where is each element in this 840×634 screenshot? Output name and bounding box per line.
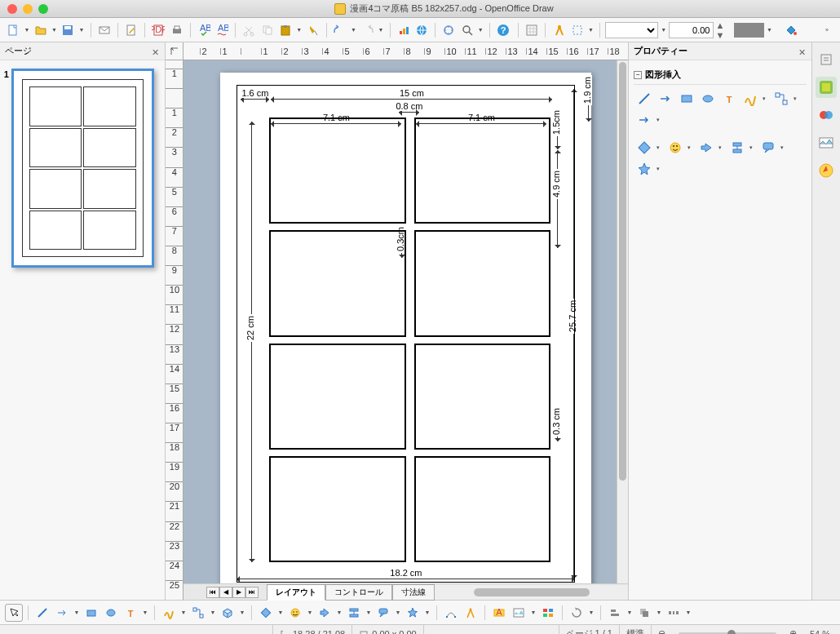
text-tool[interactable]: T [720,90,738,108]
open-button[interactable] [33,21,49,39]
block-arrows-bottom[interactable] [316,604,334,622]
help-button[interactable]: ? [495,21,511,39]
sidebar-settings-button[interactable] [816,49,837,70]
distribute-dropdown[interactable]: ▼ [684,604,692,622]
line-tool[interactable] [635,90,653,108]
flowchart-dropdown-bottom[interactable]: ▼ [365,604,373,622]
new-doc-dropdown[interactable]: ▼ [23,21,30,39]
line-width-down[interactable]: ▼ [715,30,724,40]
text-dropdown-bottom[interactable]: ▼ [141,604,149,622]
block-arrows-tool[interactable] [697,139,715,157]
connector-tool-bottom[interactable] [189,604,207,622]
ellipse-tool[interactable] [699,90,717,108]
new-doc-button[interactable] [5,21,21,39]
line-width-input[interactable] [669,22,714,38]
copy-button[interactable] [259,21,275,39]
snap-dropdown[interactable]: ▼ [587,21,595,39]
properties-panel-close-button[interactable]: ✕ [798,47,807,55]
arrow-tool[interactable] [657,90,674,108]
shape-insert-section-header[interactable]: − 図形挿入 [634,65,807,85]
callouts-dropdown[interactable]: ▾ [780,139,787,157]
stars-bottom[interactable] [404,604,422,622]
panel-cell[interactable] [269,456,406,562]
flowchart-tool[interactable] [728,139,746,157]
undo-dropdown[interactable]: ▼ [350,21,357,39]
align-button[interactable] [606,604,624,622]
edit-points-button[interactable] [442,604,460,622]
panel-cell[interactable] [269,344,406,450]
gallery-button-bottom[interactable] [539,604,557,622]
line-style-select[interactable] [605,22,658,38]
properties-tab[interactable] [816,77,837,98]
curve-dropdown-bottom[interactable]: ▼ [179,604,188,622]
3d-dropdown-bottom[interactable]: ▼ [238,604,246,622]
line-color-dropdown[interactable]: ▼ [766,21,773,39]
zoom-button[interactable] [458,21,475,39]
zoom-value[interactable]: 54 % [803,625,840,634]
open-dropdown[interactable]: ▼ [51,21,58,39]
drawing-page[interactable]: 1.6 cm 15 cm 7.1 cm 7.1 cm 0.8 cm 1.9 cm… [220,73,591,583]
fontwork-button[interactable]: A [490,604,508,622]
flowchart-bottom[interactable] [345,604,363,622]
distribute-button[interactable] [665,604,683,622]
redo-button[interactable] [359,21,375,39]
basic-shapes-tool[interactable] [635,139,653,157]
callouts-tool[interactable] [759,139,777,157]
grid-button[interactable] [524,21,540,39]
vertical-scrollbar[interactable] [617,60,628,583]
email-button[interactable] [96,21,113,39]
tab-dimensions[interactable]: 寸法線 [392,584,435,601]
cut-button[interactable] [241,21,257,39]
panel-cell[interactable] [414,230,551,336]
format-paintbrush-button[interactable] [304,21,321,39]
print-button[interactable] [168,21,184,39]
page-thumbnail[interactable]: 1 [11,69,154,268]
minimize-window-button[interactable] [23,4,33,14]
rectangle-tool[interactable] [678,90,696,108]
maximize-window-button[interactable] [38,4,48,14]
from-file-dropdown[interactable]: ▼ [529,604,537,622]
export-pdf-button[interactable]: PDF [150,21,166,39]
horizontal-scrollbar[interactable] [435,585,628,600]
chart-button[interactable] [396,21,412,39]
basic-shapes-dropdown[interactable]: ▾ [657,139,663,157]
line-color-swatch[interactable] [734,23,764,38]
basic-shapes-bottom[interactable] [257,604,275,622]
rotate-dropdown[interactable]: ▼ [587,604,595,622]
text-tool-bottom[interactable]: T [122,604,139,622]
3d-tool-bottom[interactable] [219,604,237,622]
rotate-button[interactable] [568,604,586,622]
basic-shapes-dropdown-bottom[interactable]: ▼ [276,604,285,622]
zoom-in-button[interactable]: ⊕ [783,625,803,634]
tab-nav-prev[interactable]: ◀ [219,587,232,598]
arrange-dropdown[interactable]: ▼ [655,604,663,622]
spellcheck-button[interactable]: ABC [196,21,212,39]
tab-layout[interactable]: レイアウト [267,584,325,601]
pages-panel-close-button[interactable]: ✕ [152,47,160,55]
hyperlink-button[interactable] [413,21,430,39]
arrow-tool-bottom[interactable] [53,604,71,622]
zoom-dropdown[interactable]: ▼ [477,21,484,39]
edit-file-button[interactable] [123,21,139,39]
block-arrows-dropdown-bottom[interactable]: ▼ [335,604,343,622]
arrange-button[interactable] [635,604,653,622]
tab-nav-next[interactable]: ▶ [232,587,245,598]
stars-tool[interactable] [635,160,653,178]
stars-dropdown[interactable]: ▾ [657,160,663,178]
navigator-button[interactable] [440,21,457,39]
rectangle-tool-bottom[interactable] [82,604,100,622]
area-fill-button[interactable] [782,21,798,39]
zoom-out-button[interactable]: ⊖ [652,625,672,634]
connector-tool[interactable] [772,90,790,108]
gallery-tab[interactable] [816,132,837,153]
vertical-ruler[interactable]: 1123456789101112131415161718192021222324… [166,60,183,600]
select-tool[interactable] [5,604,23,622]
autospell-button[interactable]: ABC [214,21,230,39]
arrow-style-dropdown[interactable]: ▼ [660,21,667,39]
undo-button[interactable] [332,21,348,39]
callouts-bottom[interactable] [374,604,392,622]
styles-tab[interactable] [816,104,837,126]
paste-dropdown[interactable]: ▼ [295,21,303,39]
tab-nav-last[interactable]: ⏭ [245,587,259,598]
redo-dropdown[interactable]: ▼ [377,21,384,39]
